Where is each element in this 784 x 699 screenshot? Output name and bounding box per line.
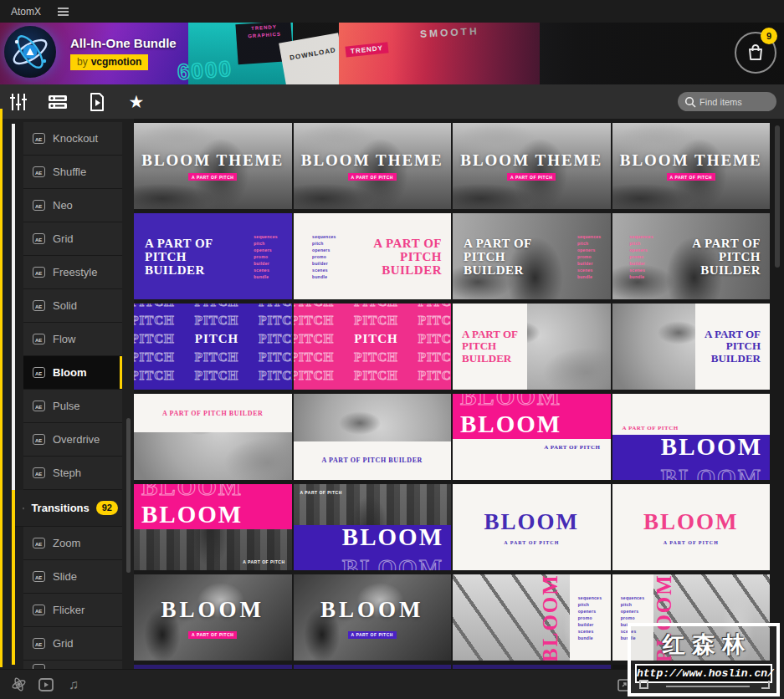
- thumb-title: BLOOM THEME: [301, 151, 443, 170]
- sidebar-item-zoom[interactable]: AE Zoom: [23, 527, 122, 560]
- thumb-strip: A PART OF PITCH BUILDER: [134, 394, 292, 432]
- thumb-subtitle: A PART OF PITCH: [544, 444, 600, 451]
- thumb-badge: A PART OF PITCH: [348, 631, 397, 639]
- cart-button[interactable]: 9: [735, 32, 776, 74]
- thumb-title: BLOOM: [661, 435, 762, 461]
- thumb-title: A PART OF PITCH BUILDER: [145, 236, 230, 277]
- thumb-title: A PART OF PITCH BUILDER: [322, 457, 423, 464]
- sidebar-item-label: Flow: [53, 333, 75, 345]
- grid-thumbnail[interactable]: BLOOM A PART OF PITCH: [453, 484, 611, 570]
- grid-thumbnail[interactable]: PITCHPITCHPITCH PITCHPITCHPITCH PITCHPIT…: [294, 304, 452, 390]
- grid-thumbnail[interactable]: BLOOM THEME A PART OF PITCH: [453, 123, 611, 209]
- shopping-bag-icon: [746, 43, 766, 63]
- sidebar-item-label: Pulse: [53, 400, 80, 412]
- sidebar-item-partial[interactable]: [23, 661, 122, 669]
- grid-thumbnail[interactable]: BLOOM A PART OF PITCH: [294, 574, 452, 661]
- sidebar-item-flow[interactable]: AE Flow: [23, 323, 122, 356]
- grid-thumbnail[interactable]: A PART OF PITCH BUILDER sequences pitch …: [453, 213, 611, 299]
- ae-file-icon: AE: [33, 434, 45, 445]
- sidebar-item-knockout[interactable]: AE Knockout: [23, 122, 122, 156]
- active-indicator: [120, 356, 122, 389]
- ae-file-icon: AE: [33, 538, 45, 548]
- watermark-square-decor: [639, 680, 648, 689]
- grid-thumbnail[interactable]: A PART OF PITCH BUILDER: [134, 394, 292, 480]
- thumb-subtitle: A PART OF PITCH: [243, 559, 284, 564]
- sidebar-item-label: Knockout: [53, 132, 98, 145]
- accent-bar-transitions-yellow: [12, 490, 15, 665]
- grid-thumbnail[interactable]: BLOOM THEME A PART OF PITCH: [134, 123, 292, 209]
- thumb-subtitle: A PART OF PITCH: [664, 540, 719, 545]
- thumb-feature-list: sequences pitch openers promo builder sc…: [629, 233, 653, 280]
- cart-count-badge: 9: [761, 28, 777, 44]
- sidebar-item-bloom-active[interactable]: AE Bloom: [23, 356, 122, 390]
- sidebar-item-solid[interactable]: AE Solid: [23, 289, 122, 323]
- byline-badge[interactable]: by vcgmotion: [70, 54, 148, 70]
- ae-file-icon: AE: [33, 401, 45, 411]
- thumb-band: BLOOM BLOOM: [294, 525, 452, 570]
- ae-file-icon: AE: [33, 233, 45, 244]
- orbit-3d-icon[interactable]: [10, 676, 27, 693]
- sidebar-item-label: Bloom: [53, 366, 86, 379]
- thumb-title: BLOOM THEME: [620, 151, 762, 170]
- thumb-badge: A PART OF PITCH: [188, 173, 237, 181]
- hamburger-menu-icon[interactable]: [58, 8, 69, 16]
- sidebar-item-grid-2[interactable]: AE Grid: [23, 627, 122, 661]
- grid-thumbnail[interactable]: A PART OF PITCH BUILDER: [294, 394, 452, 480]
- sidebar-item-freestyle[interactable]: AE Freestyle: [23, 256, 122, 289]
- sidebar-item-label: Neo: [53, 199, 73, 212]
- grid-thumbnail[interactable]: BLOOM BLOOM A PART OF PITCH: [453, 394, 611, 480]
- thumb-title: BLOOM THEME: [141, 151, 284, 170]
- watermark-progress-line: [666, 686, 750, 687]
- sidebar-scrollbar-thumb[interactable]: [126, 418, 131, 573]
- video-file-icon[interactable]: [87, 92, 107, 112]
- thumb-strip: A PART OF PITCH BUILDER: [294, 441, 452, 480]
- list-layout-icon[interactable]: [48, 92, 68, 112]
- grid-thumbnail[interactable]: A PART OF PITCH BUILDER sequences pitch …: [134, 213, 292, 299]
- grid-thumbnail[interactable]: A PART OF PITCH BUILDER: [453, 304, 611, 390]
- filter-sliders-icon[interactable]: [8, 92, 28, 112]
- sidebar-category-transitions[interactable]: Transitions 92: [13, 490, 122, 527]
- grid-thumbnail[interactable]: sequences pitch openers promo builder sc…: [294, 213, 452, 299]
- video-preview-icon[interactable]: [38, 676, 54, 693]
- transitions-count-badge: 92: [96, 501, 118, 515]
- ae-file-icon: AE: [33, 638, 45, 649]
- grid-thumbnail[interactable]: A PART OF PITCH BLOOM BLOOM: [612, 394, 771, 480]
- thumb-panel: sequences pitch openers promo builder sc…: [570, 574, 611, 661]
- grid-scrollbar-thumb[interactable]: [775, 125, 780, 268]
- search-box[interactable]: [678, 92, 776, 111]
- grid-thumbnail[interactable]: BLOOM A PART OF PITCH: [612, 484, 771, 570]
- toolbar: ★: [0, 84, 784, 119]
- ae-file-icon: AE: [33, 200, 45, 211]
- thumb-title: BLOOM: [320, 597, 424, 623]
- sidebar-item-neo[interactable]: AE Neo: [23, 189, 122, 222]
- sidebar-item-slide[interactable]: AE Slide: [23, 560, 122, 594]
- bundle-title: All-In-One Bundle: [70, 36, 177, 50]
- promo-banner[interactable]: 6000 TRENDY GRAPHICS DOWNLOAD TRENDY SMO…: [0, 23, 784, 84]
- sidebar-item-steph[interactable]: AE Steph: [23, 457, 122, 490]
- favorites-star-icon[interactable]: ★: [126, 92, 146, 112]
- sidebar-item-grid[interactable]: AE Grid: [23, 222, 122, 256]
- thumb-badge: A PART OF PITCH: [667, 173, 715, 181]
- grid-thumbnail[interactable]: BLOOM BLOOM A PART OF PITCH: [134, 484, 292, 570]
- byline-prefix: by: [77, 56, 88, 68]
- grid-thumbnail[interactable]: A PART OF PITCH BLOOM BLOOM: [294, 484, 452, 570]
- music-note-icon[interactable]: ♫: [65, 676, 82, 693]
- grid-thumbnail[interactable]: PITCHPITCHPITCH PITCHPITCHPITCH PITCHPIT…: [134, 304, 292, 390]
- thumb-title: BLOOM: [141, 501, 243, 528]
- grid-thumbnail[interactable]: BLOOM A PART OF PITCH: [134, 574, 292, 661]
- thumb-subtitle: A PART OF PITCH: [300, 490, 342, 495]
- sidebar-item-flicker[interactable]: AE Flicker: [23, 594, 122, 627]
- sidebar-item-pulse[interactable]: AE Pulse: [23, 390, 122, 423]
- thumb-band: BLOOM BLOOM: [134, 484, 292, 529]
- thumb-title: BLOOM: [539, 574, 562, 661]
- grid-thumbnail[interactable]: sequences pitch openers promo builder sc…: [453, 574, 611, 661]
- ae-file-icon: AE: [33, 571, 45, 582]
- grid-thumbnail[interactable]: sequences pitch openers promo builder sc…: [612, 213, 771, 299]
- thumb-title: A PART OF PITCH BUILDER: [162, 410, 264, 417]
- sidebar-item-shuffle[interactable]: AE Shuffle: [23, 156, 122, 189]
- ae-file-icon: AE: [33, 133, 45, 144]
- grid-thumbnail[interactable]: BLOOM THEME A PART OF PITCH: [294, 123, 452, 209]
- grid-thumbnail[interactable]: A PART OF PITCH BUILDER: [612, 304, 771, 390]
- grid-thumbnail[interactable]: BLOOM THEME A PART OF PITCH: [612, 123, 771, 209]
- sidebar-item-overdrive[interactable]: AE Overdrive: [23, 423, 122, 457]
